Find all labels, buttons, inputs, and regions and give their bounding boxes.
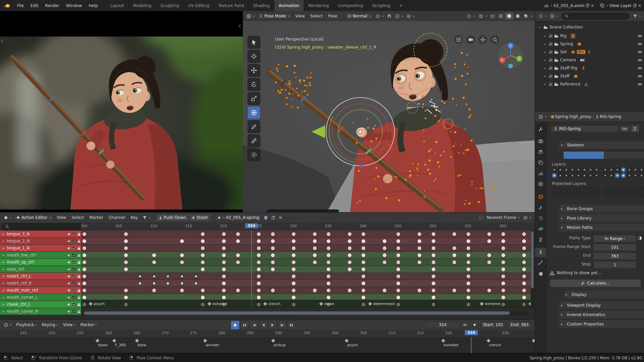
timeline-marker-down[interactable]: down	[96, 339, 108, 347]
transform-orientation-dropdown[interactable]: Normal▾	[345, 13, 374, 19]
keyframe[interactable]	[467, 232, 470, 236]
workspace-tab-animation[interactable]: Animation	[274, 0, 304, 11]
timeline-menu-keying[interactable]: Keying▾	[39, 321, 60, 328]
keyframe[interactable]	[452, 246, 456, 250]
pose-position-button[interactable]	[564, 152, 604, 159]
render-preview-editor[interactable]	[0, 11, 243, 212]
viewport-canvas[interactable]: User Perspective (Local) (324) Spring.hi…	[243, 21, 535, 212]
timeline-menu-view[interactable]: View▾	[60, 321, 78, 328]
lock-icon[interactable]	[77, 282, 81, 285]
scene-icon[interactable]	[544, 3, 548, 8]
pan-view-icon[interactable]	[478, 35, 487, 44]
auto-key-record-button[interactable]	[231, 321, 239, 329]
unlink-action-icon[interactable]	[277, 215, 284, 220]
keyframe[interactable]	[432, 296, 435, 299]
keyframe[interactable]	[522, 253, 526, 257]
keyframe[interactable]	[222, 267, 226, 271]
keyframe[interactable]	[124, 267, 128, 271]
keyframe[interactable]	[362, 253, 365, 257]
timeline-marker-blow[interactable]: blow	[136, 339, 146, 347]
keyframe[interactable]	[201, 289, 205, 292]
selectability-checkbox[interactable]	[549, 58, 552, 62]
mp-field-0[interactable]: In Range▾	[593, 235, 636, 242]
keyframe[interactable]	[313, 246, 317, 250]
hide-viewport-icon[interactable]	[638, 74, 642, 78]
include-checkbox[interactable]	[72, 239, 76, 243]
panel-motion-paths[interactable]: ▾Motion Paths	[559, 224, 644, 231]
keyframe[interactable]	[124, 232, 128, 236]
keyframe[interactable]	[501, 232, 505, 236]
keyframe[interactable]	[83, 253, 86, 257]
play-button[interactable]	[268, 321, 277, 329]
include-checkbox[interactable]	[72, 296, 76, 299]
tab-view-layer[interactable]	[535, 158, 546, 167]
dopesheet-key-area[interactable]: psychexhaledclenchdowndeterminedextremeE	[81, 231, 531, 309]
layer-button-1[interactable]	[558, 173, 563, 178]
dopesheet-mode-dropdown[interactable]: Action Editor▾	[13, 214, 54, 221]
tool-cursor-button[interactable]	[248, 50, 260, 63]
mp-display-toggle-icon[interactable]	[638, 236, 642, 240]
tool-scale-button[interactable]	[248, 92, 260, 105]
keyframe[interactable]	[152, 253, 156, 257]
layer-button-4[interactable]	[576, 173, 581, 178]
layer-button-1[interactable]	[558, 167, 563, 172]
keyframe[interactable]	[383, 260, 386, 264]
keyframe[interactable]	[257, 253, 261, 257]
keyframe[interactable]	[201, 239, 205, 243]
keyframe[interactable]	[124, 253, 128, 257]
workspace-tab-uv-editing[interactable]: UV Editing	[184, 0, 214, 11]
selectability-checkbox[interactable]	[549, 42, 552, 46]
keyframe[interactable]	[432, 275, 435, 278]
dopesheet-menu-marker[interactable]: Marker	[87, 214, 106, 221]
keyframe[interactable]	[201, 296, 205, 299]
close-view-layer-icon[interactable]	[638, 4, 641, 7]
hide-viewport-icon[interactable]	[638, 58, 642, 62]
lock-icon[interactable]	[77, 239, 81, 243]
layer-button-10[interactable]	[615, 167, 620, 172]
tool-select-button[interactable]	[248, 36, 260, 49]
keyframe[interactable]	[362, 282, 365, 285]
keyframe[interactable]	[327, 289, 330, 292]
outliner-item-rig[interactable]: ▸Rig	[535, 32, 644, 40]
keyframe[interactable]	[452, 260, 456, 264]
tab-material[interactable]	[535, 269, 546, 279]
keyframe[interactable]	[83, 267, 86, 271]
panel-custom-properties[interactable]: ▸Custom Properties	[559, 320, 644, 328]
keyframe[interactable]	[396, 253, 400, 257]
panel-pose-library[interactable]: ▸Pose Library	[559, 214, 644, 222]
include-checkbox[interactable]	[72, 289, 76, 292]
keyframe[interactable]	[522, 246, 526, 250]
keyframe[interactable]	[522, 296, 526, 299]
tool-annotate-button[interactable]	[248, 120, 260, 133]
layer-button-11[interactable]	[621, 173, 626, 178]
keyframe[interactable]	[327, 296, 330, 299]
timeline-ruler[interactable]: 2452502552602652702752802852902953003053…	[0, 330, 535, 338]
previous-keyframe-button[interactable]	[250, 321, 258, 329]
keyframe[interactable]	[222, 289, 226, 292]
keyframe[interactable]	[396, 282, 400, 285]
keyframe-row-tongue_2_ik[interactable]	[81, 238, 531, 244]
operator-panel[interactable]: ▸ Trackball	[267, 209, 339, 212]
layer-button-2[interactable]	[564, 187, 569, 192]
keyframe[interactable]	[83, 275, 86, 278]
keyframe-row-mouth_mstr_ctrl[interactable]	[81, 287, 531, 294]
timeline-marker-area[interactable]: downF_260blowwonderpickuppsychexhaledcle…	[0, 337, 535, 353]
outliner-item-set[interactable]: ▸Set99+	[535, 48, 644, 56]
keyframe[interactable]	[236, 260, 240, 264]
keyframe[interactable]	[124, 239, 128, 243]
layer-button-5[interactable]	[582, 192, 587, 197]
jump-to-start-button[interactable]	[240, 321, 249, 329]
calculate-button[interactable]: Calculate...	[550, 279, 641, 287]
keyframe[interactable]	[292, 260, 296, 264]
blender-logo-icon[interactable]	[0, 0, 14, 11]
timeline-marker-wonder[interactable]: wonder	[204, 339, 219, 347]
link-icon[interactable]	[620, 126, 630, 132]
keyframe[interactable]	[348, 253, 352, 257]
keyframe[interactable]	[327, 239, 330, 243]
keyframe[interactable]	[467, 275, 470, 278]
layer-button-11[interactable]	[621, 167, 626, 172]
lock-icon[interactable]	[77, 267, 81, 271]
layer-button-7[interactable]	[594, 187, 599, 192]
keyframe[interactable]	[396, 275, 400, 278]
keyframe[interactable]	[236, 232, 240, 236]
